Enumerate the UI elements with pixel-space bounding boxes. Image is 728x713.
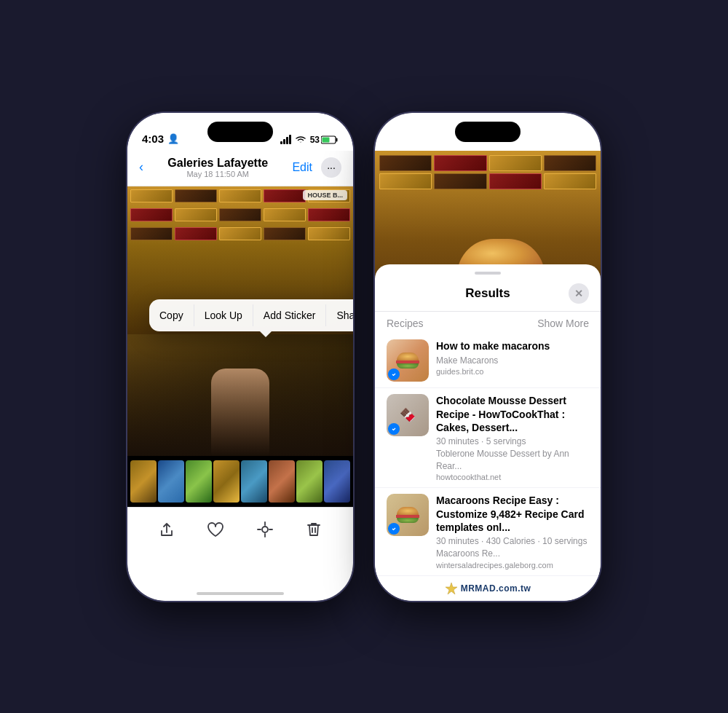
watermark-icon xyxy=(445,582,458,595)
recipe-url-1: guides.brit.co xyxy=(436,367,589,376)
recipe-title-3: Macaroons Recipe Easy : Customize 9,482+… xyxy=(436,494,589,534)
thumb-4[interactable] xyxy=(213,460,240,503)
section-header: Recipes Show More xyxy=(375,312,601,334)
recipe-thumb-3 xyxy=(387,494,429,536)
nav-title-area: Galeries Lafayette May 18 11:50 AM xyxy=(167,157,268,178)
dynamic-island-left xyxy=(207,122,273,142)
right-phone: Results ✕ Recipes Show More xyxy=(375,113,601,601)
more-button[interactable]: ··· xyxy=(321,157,341,178)
edit-button[interactable]: Edit xyxy=(292,161,312,174)
nav-actions: Edit ··· xyxy=(292,157,341,178)
context-arrow xyxy=(260,331,272,337)
recipe-title-1: How to make macarons xyxy=(436,339,589,352)
edit-photo-button[interactable] xyxy=(255,519,275,540)
svg-point-12 xyxy=(391,526,397,532)
sheet-header: Results ✕ xyxy=(375,283,601,312)
context-sticker[interactable]: Add Sticker xyxy=(253,302,326,328)
context-lookup[interactable]: Look Up xyxy=(194,302,253,328)
recipe-thumb-1 xyxy=(387,339,429,382)
recipe-info-1: How to make macarons Make Macarons guide… xyxy=(436,339,589,376)
home-indicator-left xyxy=(197,592,284,595)
thumb-3[interactable] xyxy=(186,460,212,503)
thumb-2[interactable] xyxy=(158,460,184,503)
photo-container: HOUSE B... Copy Look Up xyxy=(127,186,353,456)
recipe-thumb-2: 🍫 xyxy=(387,394,429,436)
recipe-source-1: Make Macarons xyxy=(436,355,589,367)
recipe-meta-2: 30 minutes · 5 servings xyxy=(436,436,589,448)
delete-button[interactable] xyxy=(304,519,324,540)
left-phone: 4:03 👤 53 xyxy=(127,113,353,601)
recipe-source-3: Macaroons Re... xyxy=(436,548,589,560)
nav-bar: ‹ Galeries Lafayette May 18 11:50 AM Edi… xyxy=(127,151,353,186)
close-button[interactable]: ✕ xyxy=(569,283,589,304)
context-share[interactable]: Share... xyxy=(326,302,353,328)
svg-marker-13 xyxy=(446,583,457,594)
recipe-item-3[interactable]: Macaroons Recipe Easy : Customize 9,482+… xyxy=(375,488,601,575)
right-screen: Results ✕ Recipes Show More xyxy=(375,113,601,601)
photo-toolbar xyxy=(127,507,353,559)
nav-title: Galeries Lafayette xyxy=(167,157,268,170)
status-icons: 53 xyxy=(280,135,339,145)
back-chevron: ‹ xyxy=(139,159,143,175)
thumb-8[interactable] xyxy=(324,460,350,503)
recipe-source-2: Toblerone Mousse Dessert by Ann Rear... xyxy=(436,448,589,473)
sheet-title: Results xyxy=(407,286,569,301)
nav-subtitle: May 18 11:50 AM xyxy=(167,170,268,178)
svg-point-3 xyxy=(262,527,268,532)
share-button[interactable] xyxy=(157,519,177,540)
thumbnail-strip xyxy=(127,456,353,507)
recipe-meta-3: 30 minutes · 430 Calories · 10 servings xyxy=(436,535,589,548)
sheet-handle xyxy=(475,272,501,275)
dynamic-island-right xyxy=(455,122,521,142)
person-icon: 👤 xyxy=(167,133,179,144)
svg-rect-1 xyxy=(336,138,338,141)
svg-rect-2 xyxy=(323,137,330,142)
svg-point-10 xyxy=(391,371,397,377)
left-screen: 4:03 👤 53 xyxy=(127,113,353,601)
recipe-info-2: Chocolate Mousse Dessert Recipe - HowToC… xyxy=(436,394,589,481)
thumb-7[interactable] xyxy=(296,460,323,503)
status-time: 4:03 xyxy=(142,133,164,145)
show-more-button[interactable]: Show More xyxy=(537,318,589,329)
photo-gradient xyxy=(127,348,353,456)
recipe-item-2[interactable]: 🍫 Chocolate Mousse Dessert Recipe - HowT… xyxy=(375,388,601,488)
back-button[interactable]: ‹ xyxy=(139,159,143,175)
section-recipes-label: Recipes xyxy=(387,318,424,329)
signal-icon xyxy=(280,135,291,144)
close-icon: ✕ xyxy=(574,288,583,299)
bottom-sheet: Results ✕ Recipes Show More xyxy=(375,264,601,600)
svg-point-11 xyxy=(391,426,397,432)
recipe-title-2: Chocolate Mousse Dessert Recipe - HowToC… xyxy=(436,394,589,434)
wifi-icon xyxy=(295,135,306,144)
recipe-item-1[interactable]: How to make macarons Make Macarons guide… xyxy=(375,334,601,388)
recipe-url-3: wintersaladrecipes.galeborg.com xyxy=(436,561,589,570)
context-copy[interactable]: Copy xyxy=(149,302,194,328)
battery-icon: 53 xyxy=(310,135,339,145)
recipe-info-3: Macaroons Recipe Easy : Customize 9,482+… xyxy=(436,494,589,569)
favorite-button[interactable] xyxy=(205,519,226,540)
thumb-1[interactable] xyxy=(130,460,157,503)
thumb-5[interactable] xyxy=(241,460,267,503)
recipe-url-2: howtocookthat.net xyxy=(436,473,589,481)
watermark-area: MRMAD.com.tw xyxy=(375,576,601,601)
ellipsis-icon: ··· xyxy=(327,162,336,173)
thumb-6[interactable] xyxy=(269,460,295,503)
context-menu: Copy Look Up Add Sticker Share... xyxy=(149,299,353,331)
watermark-text: MRMAD.com.tw xyxy=(461,583,531,594)
